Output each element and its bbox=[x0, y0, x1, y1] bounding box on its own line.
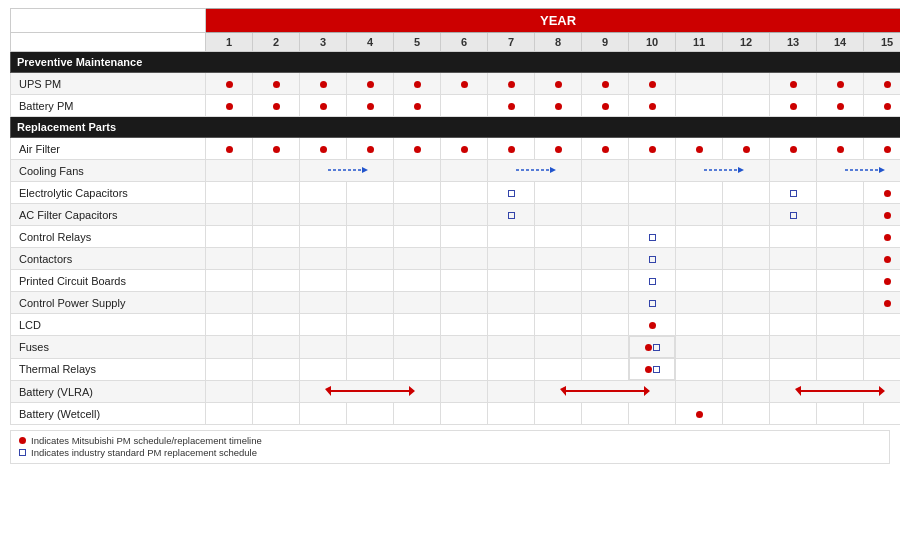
cell bbox=[676, 314, 723, 336]
number-header-row: 1 2 3 4 5 6 7 8 9 10 11 12 13 14 15 bbox=[11, 33, 901, 52]
col-12: 12 bbox=[723, 33, 770, 52]
red-dot bbox=[884, 234, 891, 241]
cell bbox=[488, 292, 535, 314]
red-dot bbox=[837, 103, 844, 110]
cell-arrow-red-3 bbox=[770, 381, 901, 403]
cell bbox=[582, 292, 629, 314]
cell bbox=[206, 292, 253, 314]
cell bbox=[817, 292, 864, 314]
cell bbox=[206, 160, 253, 182]
col-8: 8 bbox=[535, 33, 582, 52]
red-dot bbox=[508, 146, 515, 153]
red-dot bbox=[461, 146, 468, 153]
red-dot bbox=[555, 81, 562, 88]
cell bbox=[206, 73, 253, 95]
red-dot bbox=[884, 300, 891, 307]
cell bbox=[394, 248, 441, 270]
cell bbox=[488, 248, 535, 270]
cell bbox=[582, 95, 629, 117]
red-dot bbox=[649, 322, 656, 329]
cell bbox=[817, 270, 864, 292]
cell bbox=[300, 226, 347, 248]
col-4: 4 bbox=[347, 33, 394, 52]
cell bbox=[770, 95, 817, 117]
red-dot bbox=[273, 81, 280, 88]
col-5: 5 bbox=[394, 33, 441, 52]
col-2: 2 bbox=[253, 33, 300, 52]
cell bbox=[629, 292, 676, 314]
cell bbox=[206, 138, 253, 160]
cell bbox=[300, 314, 347, 336]
cell bbox=[676, 226, 723, 248]
cell bbox=[488, 226, 535, 248]
red-dot bbox=[508, 81, 515, 88]
cell bbox=[817, 358, 864, 381]
cell bbox=[770, 292, 817, 314]
cell bbox=[723, 182, 770, 204]
cell bbox=[770, 204, 817, 226]
cell bbox=[441, 160, 488, 182]
red-dot bbox=[555, 103, 562, 110]
cell bbox=[300, 403, 347, 425]
cell bbox=[347, 226, 394, 248]
cell bbox=[817, 314, 864, 336]
row-printed-circuit-boards: Printed Circuit Boards bbox=[11, 270, 901, 292]
red-dot bbox=[649, 103, 656, 110]
cell bbox=[253, 358, 300, 381]
red-dot bbox=[320, 103, 327, 110]
cell bbox=[676, 358, 723, 381]
section-preventive-maintenance: Preventive Maintenance bbox=[11, 52, 901, 73]
cell bbox=[723, 73, 770, 95]
label-cooling-fans: Cooling Fans bbox=[11, 160, 206, 182]
svg-marker-3 bbox=[550, 167, 556, 173]
red-dot bbox=[884, 103, 891, 110]
cell bbox=[629, 160, 676, 182]
blue-square bbox=[508, 212, 515, 219]
cell bbox=[441, 336, 488, 359]
red-dot bbox=[884, 81, 891, 88]
cell bbox=[629, 204, 676, 226]
blue-dashed-arrow bbox=[514, 165, 556, 175]
cell bbox=[864, 95, 901, 117]
cell bbox=[676, 204, 723, 226]
cell bbox=[394, 336, 441, 359]
cell bbox=[347, 336, 394, 359]
row-air-filter: Air Filter bbox=[11, 138, 901, 160]
cell bbox=[347, 73, 394, 95]
red-dot bbox=[602, 81, 609, 88]
red-dot bbox=[367, 146, 374, 153]
cell-arrow-blue-2 bbox=[488, 160, 582, 182]
cell bbox=[629, 403, 676, 425]
cell bbox=[676, 138, 723, 160]
cell bbox=[394, 270, 441, 292]
cell-arrow-blue-4 bbox=[817, 160, 901, 182]
red-dot bbox=[649, 81, 656, 88]
year-label: YEAR bbox=[206, 9, 901, 33]
cell bbox=[582, 314, 629, 336]
cell bbox=[535, 226, 582, 248]
cell bbox=[347, 138, 394, 160]
red-dot bbox=[790, 103, 797, 110]
cell bbox=[253, 138, 300, 160]
label-electrolytic-capacitors: Electrolytic Capacitors bbox=[11, 182, 206, 204]
cell bbox=[535, 358, 582, 381]
cell bbox=[582, 336, 629, 359]
red-dot bbox=[226, 81, 233, 88]
section-replacement-parts: Replacement Parts bbox=[11, 117, 901, 138]
label-fuses: Fuses bbox=[11, 336, 206, 359]
cell bbox=[347, 248, 394, 270]
label-header bbox=[11, 33, 206, 52]
legend-text-1: Indicates Mitsubishi PM schedule/replace… bbox=[31, 435, 262, 446]
cell bbox=[582, 248, 629, 270]
cell bbox=[676, 73, 723, 95]
cell bbox=[488, 182, 535, 204]
cell bbox=[394, 182, 441, 204]
cell bbox=[394, 292, 441, 314]
label-printed-circuit-boards: Printed Circuit Boards bbox=[11, 270, 206, 292]
cell bbox=[300, 358, 347, 381]
cell bbox=[723, 292, 770, 314]
label-control-relays: Control Relays bbox=[11, 226, 206, 248]
cell bbox=[300, 95, 347, 117]
cell bbox=[723, 270, 770, 292]
cell bbox=[535, 73, 582, 95]
